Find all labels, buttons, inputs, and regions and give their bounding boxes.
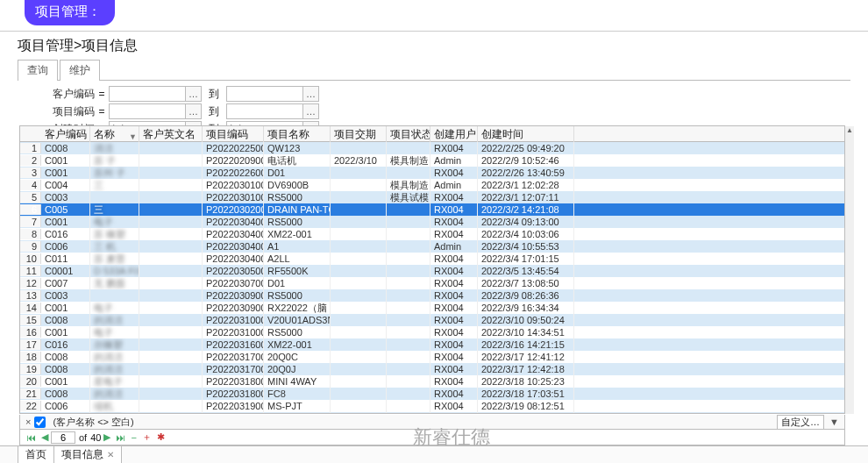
cell: 2022/3/18 10:25:23 bbox=[478, 375, 574, 388]
table-row[interactable]: 9C006三 机P20220304003A1Admin2022/3/4 10:5… bbox=[20, 240, 844, 253]
cell: P20220317002 bbox=[203, 363, 264, 375]
lookup-button[interactable]: … bbox=[186, 103, 202, 119]
pager-next-icon[interactable]: ▶ bbox=[101, 431, 113, 443]
cell: 2022/3/19 08:12:51 bbox=[478, 400, 574, 412]
cell bbox=[387, 289, 430, 302]
pager-current-input[interactable] bbox=[51, 431, 75, 444]
cell bbox=[331, 314, 387, 326]
pager-first-icon[interactable]: ⏮ bbox=[24, 432, 39, 443]
cell: 尔橡塑 bbox=[90, 338, 139, 351]
cell: RX004 bbox=[430, 388, 478, 400]
cell: MINI 4WAY bbox=[264, 375, 331, 388]
cell: 2022/3/2 14:21:08 bbox=[478, 203, 574, 216]
column-header[interactable]: 创建用户 bbox=[430, 126, 478, 142]
cell: C005 bbox=[41, 203, 90, 216]
cell: 家用电 bbox=[90, 412, 139, 413]
cell bbox=[331, 253, 387, 265]
table-row[interactable]: 17C016 尔橡塑P20220316001XM22-001RX0042022/… bbox=[20, 338, 844, 351]
cell: 2022/3/18 17:03:51 bbox=[478, 388, 574, 400]
table-row[interactable]: 14C001 电子P20220309002RX22022（脑RX0042022/… bbox=[20, 302, 844, 314]
table-row[interactable]: 19C008 的清洁P2022031700220Q0JRX0042022/3/1… bbox=[20, 363, 844, 375]
table-row[interactable]: 6C005三P20220302001DRAIN PAN-TCRX0042022/… bbox=[20, 203, 844, 216]
cell: C016 bbox=[41, 338, 90, 351]
cell: P20220209001 bbox=[203, 154, 264, 167]
cell: 的清洁 bbox=[90, 351, 139, 363]
column-header[interactable]: 客户英文名 bbox=[139, 126, 203, 142]
table-row[interactable]: 13C003P20220309001RS5000RX0042022/3/9 08… bbox=[20, 289, 844, 302]
filter-label: 项目编码 bbox=[0, 104, 95, 119]
dock-tab[interactable]: 首页 bbox=[18, 446, 54, 464]
table-row[interactable]: 15C008 的清洁P20220310001V20U01ADS3NRX00420… bbox=[20, 314, 844, 326]
table-row[interactable]: 20C001 星电子P20220318001MINI 4WAYRX0042022… bbox=[20, 375, 844, 388]
filter-enabled-checkbox[interactable] bbox=[34, 417, 46, 428]
table-row[interactable]: 11C0001D 533A FIXER CASE-PBAP20220305002… bbox=[20, 265, 844, 277]
column-header[interactable]: 项目名称 bbox=[264, 126, 331, 142]
close-icon[interactable]: ✕ bbox=[107, 450, 114, 459]
filter-clear-button[interactable]: × bbox=[24, 417, 32, 427]
cell bbox=[139, 191, 203, 203]
cell bbox=[139, 412, 203, 413]
table-row[interactable]: 12C007无 鹏股P20220307001D01RX0042022/3/7 1… bbox=[20, 277, 844, 289]
row-number: 2 bbox=[20, 155, 41, 166]
cell bbox=[139, 302, 203, 314]
cell: 2022/3/16 14:21:15 bbox=[478, 338, 574, 351]
table-row[interactable]: 8C016苏 橡塑P20220304002XM22-001RX0042022/3… bbox=[20, 228, 844, 240]
cell bbox=[387, 240, 430, 253]
filter-from-input[interactable] bbox=[109, 86, 186, 102]
module-button[interactable]: 项目管理： bbox=[25, 0, 115, 25]
pager-prev-icon[interactable]: ◀ bbox=[39, 431, 51, 443]
scroll-up-icon[interactable]: ▲ bbox=[845, 126, 854, 135]
pager-plus-icon[interactable]: ＋ bbox=[139, 431, 154, 444]
column-header[interactable]: 创建时间 bbox=[478, 126, 574, 142]
cell: RX004 bbox=[430, 142, 478, 154]
tab-query[interactable]: 查询 bbox=[18, 60, 58, 81]
tab-maintain[interactable]: 维护 bbox=[60, 60, 100, 81]
dock-tab[interactable]: 项目信息✕ bbox=[53, 446, 122, 464]
table-row[interactable]: 18C008 的清洁P2022031700120Q0CRX0042022/3/1… bbox=[20, 351, 844, 363]
cell: 2022/3/1 12:02:28 bbox=[478, 179, 574, 191]
table-row[interactable]: 10C011苏 麦普P20220304004A2LLRX0042022/3/4 … bbox=[20, 253, 844, 265]
cell: RX004 bbox=[430, 302, 478, 314]
cell: C008 bbox=[41, 351, 90, 363]
column-header[interactable]: 名称▼ bbox=[90, 126, 139, 142]
table-row[interactable]: 1C008 清洁P20220225001QW123RX0042022/2/25 … bbox=[20, 142, 844, 154]
filter-from-input[interactable] bbox=[109, 103, 186, 119]
column-header[interactable]: 客户编码 bbox=[41, 126, 90, 142]
table-row[interactable]: 22C006 缩机P20220319001MS-PJTRX0042022/3/1… bbox=[20, 400, 844, 412]
cell bbox=[139, 375, 203, 388]
pager-last-icon[interactable]: ⏭ bbox=[113, 432, 128, 443]
lookup-button[interactable]: … bbox=[303, 86, 319, 102]
pager-minus-icon[interactable]: − bbox=[128, 432, 139, 443]
filter-to-input[interactable] bbox=[226, 103, 303, 119]
cell: 2022/3/4 10:55:53 bbox=[478, 240, 574, 253]
cell bbox=[139, 388, 203, 400]
cell: 2022/3/4 17:01:15 bbox=[478, 253, 574, 265]
column-header[interactable]: 项目状态 bbox=[387, 126, 430, 142]
cell: C011 bbox=[41, 253, 90, 265]
table-row[interactable]: 21C008 的清洁P20220318002FC8RX0042022/3/18 … bbox=[20, 388, 844, 400]
filter-custom-button[interactable]: 自定义… bbox=[777, 415, 824, 430]
cell bbox=[331, 351, 387, 363]
column-header[interactable]: 项目编码 bbox=[203, 126, 264, 142]
cell: 无 鹏股 bbox=[90, 277, 139, 289]
table-row[interactable]: 2C001苏 子P20220209001电话机2022/3/10模具制造Admi… bbox=[20, 154, 844, 167]
table-row[interactable]: 16C001 电子P20220310002RS5000RX0042022/3/1… bbox=[20, 326, 844, 338]
filter-to-input[interactable] bbox=[226, 86, 303, 102]
filter-expand-icon[interactable]: ▼ bbox=[828, 417, 841, 427]
filter-icon[interactable]: ▼ bbox=[129, 129, 137, 142]
table-row[interactable]: 3C001苏州 子P20220226003D01RX0042022/2/26 1… bbox=[20, 167, 844, 179]
table-row[interactable]: 23C010 家用电P20220319002MD85RX0042022/3/19… bbox=[20, 412, 844, 413]
cell: C0001 bbox=[41, 265, 90, 277]
lookup-button[interactable]: … bbox=[186, 86, 202, 102]
column-header[interactable]: 项目交期 bbox=[331, 126, 387, 142]
lookup-button[interactable]: … bbox=[303, 103, 319, 119]
table-row[interactable]: 7C001 电子P20220304001RS5000RX0042022/3/4 … bbox=[20, 216, 844, 228]
row-number: 21 bbox=[20, 388, 41, 399]
cell: 三 bbox=[90, 203, 139, 216]
table-row[interactable]: 5C003P20220301002RS5000模具试模RX0042022/3/1… bbox=[20, 191, 844, 203]
table-row[interactable]: 4C004三 P20220301001DV6900B模具制造Admin2022/… bbox=[20, 179, 844, 191]
pager-star-icon[interactable]: ✱ bbox=[154, 431, 167, 443]
scrollbar[interactable]: ▲ bbox=[845, 126, 854, 414]
cell: 的清洁 bbox=[90, 363, 139, 375]
cell: P20220309002 bbox=[203, 302, 264, 314]
